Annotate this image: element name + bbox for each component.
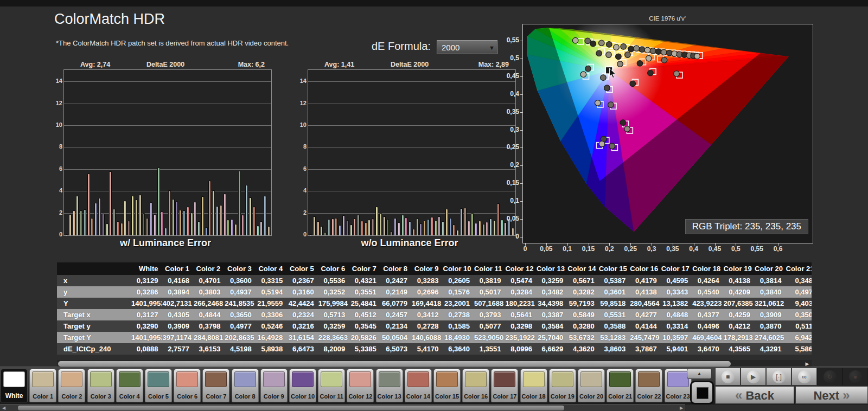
record-icon: ●	[849, 370, 862, 383]
pattern-panel-collapse-button[interactable]: ▲	[687, 368, 712, 379]
bar	[309, 234, 312, 235]
patch-tab-color-22[interactable]: Color 22	[635, 369, 662, 402]
patch-tab-color-18[interactable]: Color 18	[520, 369, 547, 402]
table-cell: 0,1576	[443, 286, 474, 298]
patch-tab-label: Color 14	[405, 393, 431, 400]
bar	[423, 221, 426, 235]
table-cell: 13,1382	[661, 298, 692, 309]
scrollbar-thumb[interactable]	[18, 406, 564, 410]
table-cell: 0,3127	[131, 309, 162, 320]
patch-tab-color-4[interactable]: Color 4	[116, 369, 143, 402]
table-row-label: Target Y	[57, 332, 131, 343]
table-cell: 228,3663	[318, 332, 349, 343]
patch-tab-color-15[interactable]: Color 15	[433, 369, 461, 402]
patch-swatch	[379, 371, 400, 387]
stop-button[interactable]: ■	[715, 368, 741, 386]
play-button[interactable]: ▶	[741, 368, 766, 386]
record-button[interactable]: ●	[843, 368, 868, 386]
patch-tab-color-1[interactable]: Color 1	[29, 369, 56, 402]
patch-tab-color-17[interactable]: Color 17	[491, 369, 518, 402]
y-axis-tick-label: 4	[298, 187, 307, 194]
chart-without-luminance-error: Avg: 1,41 DeltaE 2000 Max: 2,89 w/o Lumi…	[298, 61, 521, 252]
table-cell: 0,4540	[692, 286, 723, 298]
table-corner-cell	[57, 262, 131, 275]
patch-tab-color-5[interactable]: Color 5	[145, 369, 172, 402]
patch-tab-color-9[interactable]: Color 9	[260, 369, 288, 402]
table-cell: 423,9223	[692, 298, 723, 309]
table-cell: 0,3306	[256, 309, 287, 320]
bar	[409, 221, 411, 235]
bar	[190, 213, 193, 235]
measured-dot	[650, 48, 656, 54]
patch-tab-color-7[interactable]: Color 7	[202, 369, 229, 402]
patch-tab-color-12[interactable]: Color 12	[347, 369, 374, 402]
next-button[interactable]: Next »	[795, 386, 868, 404]
pattern-size-button[interactable]: [·]	[766, 368, 792, 386]
table-cell: 0,3588	[599, 320, 630, 332]
table-cell: 0,5246	[256, 320, 287, 332]
pattern-size-icon: [·]	[773, 370, 786, 383]
patch-tab-color-8[interactable]: Color 8	[232, 369, 259, 402]
bar	[471, 213, 474, 235]
table-cell: 1401,9953	[131, 332, 162, 343]
patch-tab-color-19[interactable]: Color 19	[549, 369, 576, 402]
cie-y-tick-label: 0,1	[502, 197, 519, 204]
scrollbar-thumb[interactable]	[58, 361, 731, 367]
cie-x-tick-label: 0,1	[557, 245, 578, 253]
cie-x-tick-label: 0,15	[578, 245, 599, 253]
bar	[264, 196, 266, 235]
table-cell: 0,4595	[661, 275, 692, 286]
patch-tab-color-10[interactable]: Color 10	[289, 369, 316, 402]
table-cell: 0,4259	[724, 309, 755, 320]
table-col-header: Color 14	[567, 262, 598, 275]
patch-tab-label: Color 9	[261, 393, 287, 400]
patch-tab-label: Color 8	[232, 393, 258, 400]
pattern-window-button[interactable]	[690, 381, 714, 404]
table-cell: 3,6153	[194, 343, 225, 355]
table-cell: 202,8635	[225, 332, 256, 343]
patch-tab-color-6[interactable]: Color 6	[174, 369, 201, 402]
patch-tab-color-2[interactable]: Color 2	[58, 369, 85, 402]
bar	[238, 171, 241, 235]
bar	[87, 174, 90, 235]
de-formula-dropdown[interactable]: 2000 ▼	[437, 40, 497, 54]
patch-swatch	[552, 371, 573, 387]
table-cell: 0,5713	[318, 309, 349, 320]
table-cell: 0,4138	[724, 275, 755, 286]
patch-tab-color-3[interactable]: Color 3	[87, 369, 114, 402]
patch-tab-color-11[interactable]: Color 11	[318, 369, 345, 402]
bar	[175, 201, 178, 235]
loop-button[interactable]: ∞	[792, 368, 817, 386]
y-axis-tick-label: 8	[298, 143, 307, 150]
table-cell: 0,4209	[724, 286, 755, 298]
patch-tab-color-21[interactable]: Color 21	[607, 369, 634, 402]
bar	[353, 219, 356, 235]
patch-hscrollbar[interactable]: ◀ ▶	[0, 404, 685, 411]
refresh-button[interactable]: ↻	[817, 368, 843, 386]
patch-tab-white[interactable]: White	[1, 369, 28, 402]
back-button[interactable]: « Back	[715, 386, 794, 404]
bar	[405, 217, 407, 235]
measured-dot	[608, 102, 614, 108]
table-cell: 0,5017	[474, 286, 505, 298]
patch-tab-color-16[interactable]: Color 16	[462, 369, 489, 402]
cie-x-tick-label: 0,3	[641, 245, 662, 253]
measured-dot	[604, 85, 610, 91]
table-cell: 266,2468	[194, 298, 225, 309]
patch-tab-color-13[interactable]: Color 13	[376, 369, 403, 402]
patch-tab-label: Color 1	[30, 393, 56, 400]
play-icon: ▶	[747, 370, 760, 383]
scroll-left-icon[interactable]: ◀	[0, 404, 8, 411]
scroll-right-icon[interactable]: ▶	[678, 404, 685, 411]
patch-tab-label: Color 5	[145, 393, 171, 400]
table-cell: 0,2324	[287, 309, 318, 320]
cie-x-tick-label: 0,6	[767, 245, 789, 253]
measured-dot	[617, 61, 623, 67]
table-cell: 0,5671	[567, 275, 598, 286]
patch-tab-color-20[interactable]: Color 20	[578, 369, 605, 402]
patch-tab-color-14[interactable]: Color 14	[405, 369, 432, 402]
table-cell: 140,6088	[412, 332, 443, 343]
table-cell: 3,8603	[599, 343, 630, 355]
bar	[350, 224, 353, 235]
table-cell: 0,3798	[194, 320, 225, 332]
